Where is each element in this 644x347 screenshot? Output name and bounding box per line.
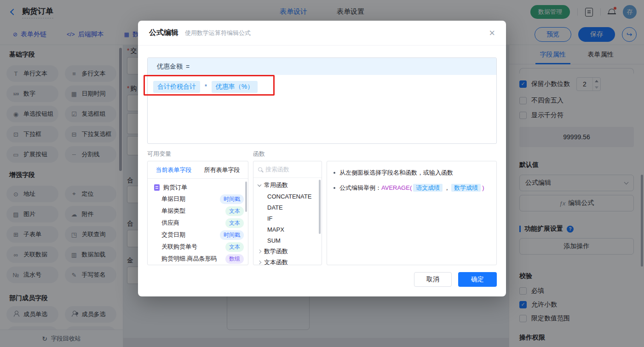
formula-expression[interactable]: 合计价税合计 * 优惠率（%） [148, 75, 496, 99]
functions-label: 函数 [253, 150, 265, 158]
variable-row[interactable]: 购货明细.商品条形码 数组 [148, 253, 248, 265]
example-arg-chip: 语文成绩 [413, 184, 443, 192]
function-tree: 常用函数 CONCATENATE DATE IF MAPX SUM 数学函数 [253, 178, 322, 265]
tree-root-form[interactable]: 购货订单 [148, 182, 248, 193]
example-arg-chip: 数学成绩 [451, 184, 481, 192]
field-name: 单据类型 [161, 207, 185, 215]
modal-header: 公式编辑 使用数学运算符编辑公式 × [138, 21, 506, 46]
chevron-right-icon [258, 261, 261, 264]
example-fn-open: AVERAGE( [381, 184, 412, 191]
field-name: 交货日期 [161, 231, 185, 239]
tab-all-form-fields[interactable]: 所有表单字段 [204, 166, 240, 174]
close-icon[interactable]: × [489, 28, 495, 38]
app-root: 购货订单 表单设计 表单设置 数据管理 存 ⊘ 表单外链 </> 后端 [0, 0, 644, 347]
formula-target-bar: 优惠金额 = [148, 58, 496, 75]
search-icon [258, 167, 262, 171]
field-type-badge: 时间戳 [220, 230, 244, 240]
functions-panel: 常用函数 CONCATENATE DATE IF MAPX SUM 数学函数 [253, 161, 322, 265]
modal-panels: 当前表单字段 所有表单字段 购货订单 单据日期 时间戳 单据 [147, 161, 497, 265]
field-type-badge: 数组 [225, 254, 244, 264]
function-group-label: 常用函数 [264, 181, 288, 189]
variables-tabs: 当前表单字段 所有表单字段 [148, 161, 248, 179]
confirm-button[interactable]: 确定 [458, 272, 497, 287]
formula-field-chip[interactable]: 优惠率（%） [212, 81, 258, 93]
formula-field-chip[interactable]: 合计价税合计 [153, 81, 200, 93]
formula-editor[interactable]: 优惠金额 = 合计价税合计 * 优惠率（%） [147, 57, 497, 144]
field-name: 购货明细.商品条形码 [161, 255, 217, 263]
panel-labels: 可用变量 函数 [147, 150, 497, 158]
chevron-right-icon [258, 250, 261, 253]
function-search[interactable] [253, 161, 322, 178]
function-item[interactable]: MAPX [253, 224, 322, 235]
function-search-input[interactable] [265, 166, 308, 173]
tree-root-label: 购货订单 [163, 183, 187, 192]
chevron-down-icon [258, 182, 261, 186]
variable-row[interactable]: 关联购货单号 文本 [148, 241, 248, 253]
tip-text: 从左侧面板选择字段名和函数，或输入函数 [339, 168, 453, 177]
modal-subtitle: 使用数学运算符编辑公式 [185, 29, 251, 37]
variables-panel: 当前表单字段 所有表单字段 购货订单 单据日期 时间戳 单据 [147, 161, 248, 265]
field-type-badge: 文本 [225, 206, 244, 216]
modal-body: 优惠金额 = 合计价税合计 * 优惠率（%） 可用变量 函数 当前表单字段 所有… [138, 46, 506, 265]
bullet-icon [334, 187, 335, 189]
field-name: 关联购货单号 [161, 243, 197, 251]
tip-line: 从左侧面板选择字段名和函数，或输入函数 [334, 168, 490, 177]
cancel-button[interactable]: 取消 [414, 272, 452, 287]
variables-label: 可用变量 [147, 150, 253, 158]
field-type-badge: 时间戳 [220, 194, 244, 204]
bullet-icon [334, 172, 335, 174]
example-fn-close: ) [482, 184, 484, 191]
function-item[interactable]: IF [253, 213, 322, 224]
function-group-label: 数学函数 [264, 247, 288, 256]
variables-tree: 购货订单 单据日期 时间戳 单据类型 文本 供应商 文本 [148, 179, 248, 265]
tip-example: 公式编辑举例：AVERAGE(语文成绩，数学成绩) [339, 183, 484, 193]
formula-target: 优惠金额 [157, 63, 183, 71]
function-group-label: 文本函数 [264, 258, 288, 265]
function-item[interactable]: SUM [253, 235, 322, 246]
field-type-badge: 文本 [225, 218, 244, 228]
functions-scrollbar[interactable] [319, 180, 321, 234]
formula-editor-modal: 公式编辑 使用数学运算符编辑公式 × 优惠金额 = 合计价税合计 * 优惠率（%… [138, 21, 506, 296]
field-name: 供应商 [161, 219, 179, 227]
variable-row[interactable]: 单据日期 时间戳 [148, 193, 248, 205]
field-type-badge: 文本 [225, 242, 244, 252]
variable-row[interactable]: 单据类型 文本 [148, 205, 248, 217]
function-item[interactable]: CONCATENATE [253, 191, 322, 202]
modal-footer: 取消 确定 [414, 272, 497, 287]
function-group-math[interactable]: 数学函数 [253, 246, 322, 257]
tab-current-form-fields[interactable]: 当前表单字段 [156, 166, 192, 174]
field-name: 单据日期 [161, 195, 185, 203]
variable-row[interactable]: 供应商 文本 [148, 217, 248, 229]
formula-operator: * [205, 83, 207, 90]
tips-panel: 从左侧面板选择字段名和函数，或输入函数 公式编辑举例：AVERAGE(语文成绩，… [327, 161, 497, 265]
function-item[interactable]: DATE [253, 202, 322, 213]
equals-sign: = [186, 63, 190, 70]
variables-scrollbar[interactable] [245, 182, 247, 212]
variable-row[interactable]: 交货日期 时间戳 [148, 229, 248, 241]
modal-title: 公式编辑 [149, 28, 178, 38]
form-doc-icon [154, 184, 160, 191]
function-group-text[interactable]: 文本函数 [253, 257, 322, 265]
example-separator: ， [444, 184, 450, 191]
function-group-common[interactable]: 常用函数 [253, 180, 322, 191]
tip-example-line: 公式编辑举例：AVERAGE(语文成绩，数学成绩) [334, 183, 490, 193]
